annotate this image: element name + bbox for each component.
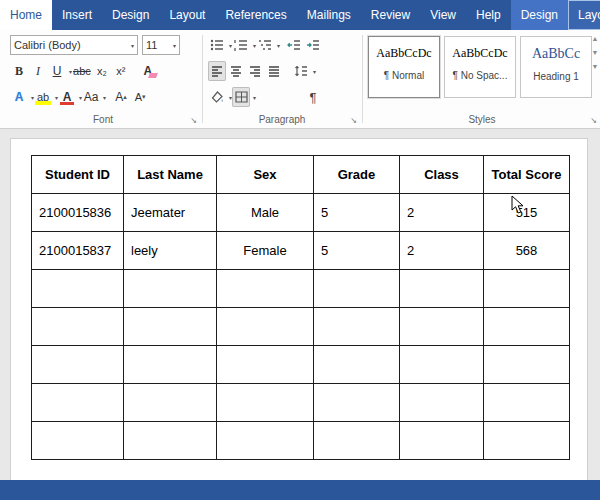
table-cell[interactable]: 2	[400, 232, 484, 270]
table-cell[interactable]: Jeemater	[124, 194, 217, 232]
table-cell[interactable]	[32, 422, 124, 460]
tab-home[interactable]: Home	[0, 0, 52, 30]
header-last-name[interactable]: Last Name	[124, 156, 217, 194]
table-cell[interactable]: 2100015837	[32, 232, 124, 270]
table-cell[interactable]	[217, 422, 314, 460]
table-cell[interactable]: Male	[217, 194, 314, 232]
tab-mailings[interactable]: Mailings	[297, 0, 361, 30]
align-left-button[interactable]	[208, 61, 226, 81]
tab-help[interactable]: Help	[466, 0, 511, 30]
document-page[interactable]: Student ID Last Name Sex Grade Class Tot…	[10, 138, 588, 480]
table-cell[interactable]	[400, 346, 484, 384]
scroll-down-icon[interactable]: ▼	[592, 49, 599, 56]
tab-review[interactable]: Review	[361, 0, 420, 30]
style-normal[interactable]: AaBbCcDc ¶ Normal	[368, 36, 440, 98]
table-cell[interactable]	[32, 346, 124, 384]
change-case-dropdown-icon[interactable]: ▾	[103, 94, 106, 101]
underline-button[interactable]: U	[48, 61, 66, 81]
align-right-button[interactable]	[246, 61, 264, 81]
styles-dialog-launcher[interactable]: ↘	[590, 117, 597, 125]
gallery-expand-icon[interactable]: ▼	[592, 63, 599, 70]
justify-button[interactable]	[265, 61, 283, 81]
table-cell[interactable]	[124, 384, 217, 422]
tab-design[interactable]: Design	[102, 0, 159, 30]
clear-formatting-button[interactable]: A	[139, 61, 157, 81]
table-cell[interactable]	[484, 346, 570, 384]
scroll-up-icon[interactable]: ▲	[592, 35, 599, 42]
table-cell[interactable]: 568	[484, 232, 570, 270]
numbering-button[interactable]	[232, 35, 250, 55]
font-dialog-launcher[interactable]: ↘	[190, 117, 197, 125]
grow-font-button[interactable]: A▴	[112, 87, 130, 107]
table-cell[interactable]	[124, 308, 217, 346]
table-cell[interactable]: 5	[314, 194, 400, 232]
table-cell[interactable]	[400, 422, 484, 460]
italic-button[interactable]: I	[29, 61, 47, 81]
tab-references[interactable]: References	[215, 0, 296, 30]
tab-layout[interactable]: Layout	[159, 0, 215, 30]
table-cell[interactable]	[32, 270, 124, 308]
table-cell[interactable]	[32, 384, 124, 422]
styles-gallery-scrollbar[interactable]: ▲ ▼ ▼	[590, 35, 600, 70]
table-cell[interactable]	[314, 422, 400, 460]
table-cell[interactable]	[217, 346, 314, 384]
style-no-spacing[interactable]: AaBbCcDc ¶ No Spac...	[444, 36, 516, 98]
table-cell[interactable]	[400, 384, 484, 422]
table-cell[interactable]	[32, 308, 124, 346]
multilevel-dropdown-icon[interactable]: ▾	[277, 42, 280, 49]
header-sex[interactable]: Sex	[217, 156, 314, 194]
font-color-button[interactable]: A	[58, 87, 76, 107]
table-cell[interactable]	[124, 346, 217, 384]
increase-indent-button[interactable]	[304, 35, 322, 55]
decrease-indent-button[interactable]	[285, 35, 303, 55]
table-cell[interactable]	[124, 422, 217, 460]
table-cell[interactable]	[217, 270, 314, 308]
header-grade[interactable]: Grade	[314, 156, 400, 194]
table-cell[interactable]	[484, 422, 570, 460]
table-cell[interactable]	[484, 384, 570, 422]
tab-insert[interactable]: Insert	[52, 0, 102, 30]
table-cell[interactable]	[217, 308, 314, 346]
superscript-button[interactable]: x²	[112, 61, 130, 81]
font-size-combobox[interactable]: 11 ▾	[142, 35, 180, 55]
table-cell[interactable]	[124, 270, 217, 308]
subscript-button[interactable]: x₂	[93, 61, 111, 81]
borders-dropdown-icon[interactable]: ▾	[253, 94, 256, 101]
font-name-combobox[interactable]: Calibri (Body) ▾	[10, 35, 138, 55]
table-cell[interactable]: 2100015836	[32, 194, 124, 232]
header-class[interactable]: Class	[400, 156, 484, 194]
table-cell[interactable]: Female	[217, 232, 314, 270]
borders-button[interactable]	[232, 87, 250, 107]
table-cell[interactable]	[484, 270, 570, 308]
table-cell[interactable]	[217, 384, 314, 422]
bold-button[interactable]: B	[10, 61, 28, 81]
table-cell[interactable]: 515	[484, 194, 570, 232]
line-spacing-dropdown-icon[interactable]: ▾	[313, 68, 316, 75]
paragraph-dialog-launcher[interactable]: ↘	[350, 117, 357, 125]
text-effects-button[interactable]: A	[10, 87, 28, 107]
table-cell[interactable]	[314, 270, 400, 308]
strikethrough-button[interactable]: abc	[72, 61, 92, 81]
shrink-font-button[interactable]: A▾	[131, 87, 149, 107]
table-cell[interactable]	[314, 384, 400, 422]
table-cell[interactable]	[400, 270, 484, 308]
table-cell[interactable]	[314, 308, 400, 346]
show-paragraph-marks-button[interactable]: ¶	[304, 87, 322, 107]
table-cell[interactable]: leely	[124, 232, 217, 270]
header-total-score[interactable]: Total Score	[484, 156, 570, 194]
table-cell[interactable]	[400, 308, 484, 346]
tab-table-design[interactable]: Design	[511, 0, 568, 30]
align-center-button[interactable]	[227, 61, 245, 81]
table-cell[interactable]	[314, 346, 400, 384]
line-spacing-button[interactable]	[292, 61, 310, 81]
style-heading-1[interactable]: AaBbCc Heading 1	[520, 36, 592, 98]
change-case-button[interactable]: Aa	[82, 87, 100, 107]
table-cell[interactable]	[484, 308, 570, 346]
header-student-id[interactable]: Student ID	[32, 156, 124, 194]
highlight-color-button[interactable]: ab	[34, 87, 52, 107]
table-cell[interactable]: 2	[400, 194, 484, 232]
tab-view[interactable]: View	[420, 0, 466, 30]
tab-table-layout[interactable]: Layout	[568, 0, 600, 30]
bullets-button[interactable]	[208, 35, 226, 55]
multilevel-list-button[interactable]	[256, 35, 274, 55]
